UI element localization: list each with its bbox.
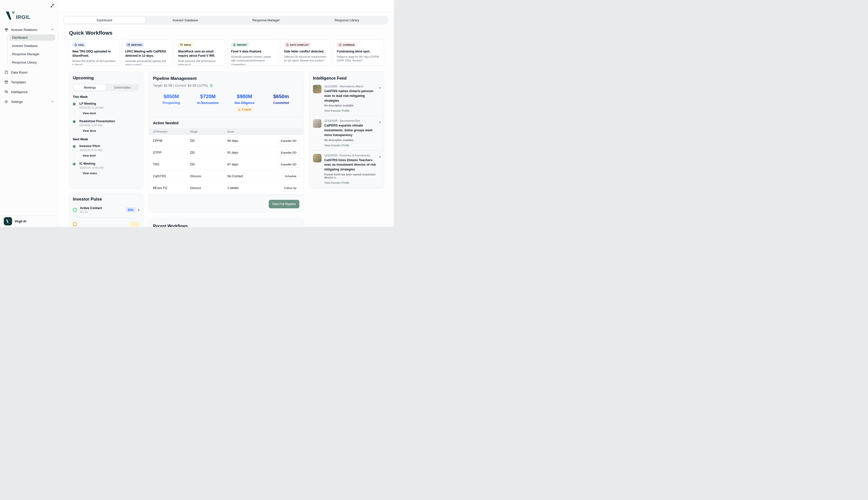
tab-deliverables[interactable]: Deliverables <box>106 84 139 91</box>
virgil-ai-launcher[interactable]: Virgil AI <box>0 215 58 227</box>
chevron-right-icon[interactable]: › <box>379 86 380 89</box>
column-header-issue: Issue <box>227 130 267 133</box>
chevron-right-icon[interactable]: › <box>379 120 380 124</box>
feed-item-description: No description available <box>324 138 380 141</box>
workflow-card-data-conflict[interactable]: DATA CONFLICT Side letter conflict detec… <box>281 39 331 66</box>
message-warning-icon <box>339 43 342 46</box>
intelligence-feed-title: Intelligence Feed <box>309 72 384 82</box>
card-title: Fundraising blind spot. <box>337 49 381 54</box>
card-title: Side letter conflict detected. <box>284 49 328 54</box>
view-investor-profile-link[interactable]: View Investor Profile <box>324 109 349 112</box>
stage-due-diligence: $980M Due Diligence 3 stuck <box>226 94 263 112</box>
chevron-right-icon[interactable]: › <box>379 155 380 158</box>
card-badge: DATA CONFLICT <box>284 43 311 47</box>
feed-item-title: CalSTRS names Ontario pension exec to le… <box>324 89 380 103</box>
column-header-investor: LP/Investor <box>153 130 190 133</box>
workflow-card-meeting[interactable]: MEETING LPAC Meeting with CalPERS detect… <box>122 39 173 66</box>
view-deck-link[interactable]: View deck <box>82 112 96 115</box>
tab-response-library[interactable]: Response Library <box>307 17 387 24</box>
workflow-card-report[interactable]: REPORT Fund V data finalized. Generate q… <box>228 39 278 66</box>
article-thumbnail <box>313 154 322 162</box>
feed-item-meta: 11/12/2025 · Pensions & Investments <box>324 154 380 157</box>
sidebar-item-response-manager[interactable]: Response Manager <box>10 51 55 57</box>
pipeline-header: Pipeline Management Target: $2.5B | Curr… <box>149 72 303 112</box>
sidebar-subnav: Dashboard Investor Database Response Man… <box>0 34 58 66</box>
sidebar-item-label: Templates <box>11 80 26 84</box>
cell-investor: BExos FO <box>153 186 190 190</box>
expedite-dd-button[interactable]: Expedite DD <box>278 161 299 168</box>
card-title: LPAC Meeting with CalPERS detected in 12… <box>125 49 169 58</box>
recent-workflows-title: Recent Workflows <box>153 224 299 227</box>
card-badge: EMAIL <box>178 43 194 47</box>
sidebar-item-label: Dashboard <box>12 36 27 39</box>
sidebar-item-label: Response Library <box>12 61 37 64</box>
pulse-row-text: Active Contact 52 LPs <box>80 206 102 213</box>
dashboard-content: Quick Workflows DDQ New TRS DDQ uploaded… <box>58 24 394 227</box>
expedite-dd-button[interactable]: Expedite DD <box>278 149 299 156</box>
status-ring-icon <box>73 208 77 212</box>
upcoming-panel: Upcoming Meetings Deliverables This Week… <box>69 72 143 189</box>
cell-issue: 91 days <box>227 151 267 155</box>
sidebar-item-settings[interactable]: Settings <box>0 99 58 105</box>
view-brief-link[interactable]: View brief <box>82 154 96 157</box>
sidebar-item-response-library[interactable]: Response Library <box>10 59 55 66</box>
gear-icon <box>4 100 8 104</box>
pulse-percentage-badge: 65% <box>125 207 136 212</box>
chevron-right-icon[interactable]: › <box>138 208 140 212</box>
tab-investor-database[interactable]: Investor Database <box>145 17 226 24</box>
pulse-percentage-badge <box>129 221 140 227</box>
sidebar-item-investor-database[interactable]: Investor Database <box>10 43 55 49</box>
pipeline-target-line: Target: $2.5B | Current: $3.2B (127%) <box>153 83 299 88</box>
sidebar-item-investor-relations[interactable]: Investor Relations <box>0 26 58 33</box>
collapse-sidebar-icon[interactable] <box>50 3 55 8</box>
feed-item-title: CalPERS expands climate investments. Som… <box>324 123 380 137</box>
stage-value: $650m <box>263 94 299 99</box>
article-thumbnail <box>313 85 322 93</box>
view-full-pipeline-button[interactable]: View Full Pipeline <box>269 200 300 208</box>
virgil-logo-mark <box>5 12 15 20</box>
sidebar-item-dashboard[interactable]: Dashboard <box>10 34 55 41</box>
view-deck-link[interactable]: View deck <box>82 129 96 132</box>
pulse-row-active-contact[interactable]: Active Contact 52 LPs 65% › <box>73 206 140 218</box>
file-pen-icon <box>74 43 77 46</box>
sidebar-item-templates[interactable]: Templates <box>0 79 58 85</box>
event-datetime: 09/28/25 1:00 PM <box>79 124 140 127</box>
view-investor-profile-link[interactable]: View Investor Profile <box>324 144 349 147</box>
view-investor-profile-link[interactable]: View Investor Profile <box>324 181 349 184</box>
follow-up-button[interactable]: Follow Up <box>281 185 299 191</box>
upcoming-title: Upcoming <box>73 76 140 81</box>
feed-item-body: 11/12/2025 · Pensions & Investments CalS… <box>324 154 380 185</box>
sidebar-item-label: Intelligence <box>11 90 27 94</box>
left-column: Upcoming Meetings Deliverables This Week… <box>69 72 143 227</box>
table-row-bexos-fo: BExos FO Discuss 2 weeks Follow Up <box>149 182 303 194</box>
sidebar-item-label: Investor Database <box>12 44 37 48</box>
recent-workflows-panel: Recent Workflows <box>149 219 304 227</box>
workflow-card-email[interactable]: EMAIL BlackRock sent an email inquiry ab… <box>175 39 225 66</box>
virgil-logo: IRGIL <box>5 12 58 20</box>
workflow-card-ddq[interactable]: DDQ New TRS DDQ uploaded to SharePoint. … <box>69 39 120 66</box>
sidebar: IRGIL Investor Relations Dashboard <box>0 0 58 227</box>
expedite-dd-button[interactable]: Expedite DD <box>278 138 299 144</box>
sidebar-item-label: Investor Relations <box>11 28 37 32</box>
sidebar-item-intelligence[interactable]: Intelligence <box>0 89 58 95</box>
schedule-button[interactable]: Schedule <box>282 173 299 180</box>
investor-pulse-title: Investor Pulse <box>73 197 140 202</box>
cell-issue: 94 days <box>227 139 267 143</box>
workflow-card-overdue[interactable]: OVERDUE Fundraising blind spot. Diligenc… <box>334 39 384 66</box>
sidebar-item-data-room[interactable]: Data Room <box>0 69 58 75</box>
event-investor-pitch: Investor Pitch 10/01/25 9:30 AM View bri… <box>73 144 140 159</box>
pulse-row-partial[interactable] <box>73 221 140 227</box>
pulse-label: Active Contact <box>80 206 102 210</box>
view-notes-link[interactable]: View notes <box>82 172 97 175</box>
cell-stage: Discuss <box>190 186 227 190</box>
cell-stage: DD <box>190 139 227 143</box>
tab-dashboard[interactable]: Dashboard <box>64 17 145 24</box>
main-area: Dashboard Investor Database Response Man… <box>58 0 394 227</box>
event-datetime: 10/02/25 10:00 AM <box>79 166 140 169</box>
card-badge: DDQ <box>72 43 86 47</box>
tab-response-manager[interactable]: Response Manager <box>226 17 307 24</box>
brand-text: IRGIL <box>16 15 31 20</box>
stage-prospecting: $850M Prospecting <box>153 94 190 112</box>
tab-meetings[interactable]: Meetings <box>74 84 106 91</box>
group-label-this-week: This Week <box>73 95 140 99</box>
